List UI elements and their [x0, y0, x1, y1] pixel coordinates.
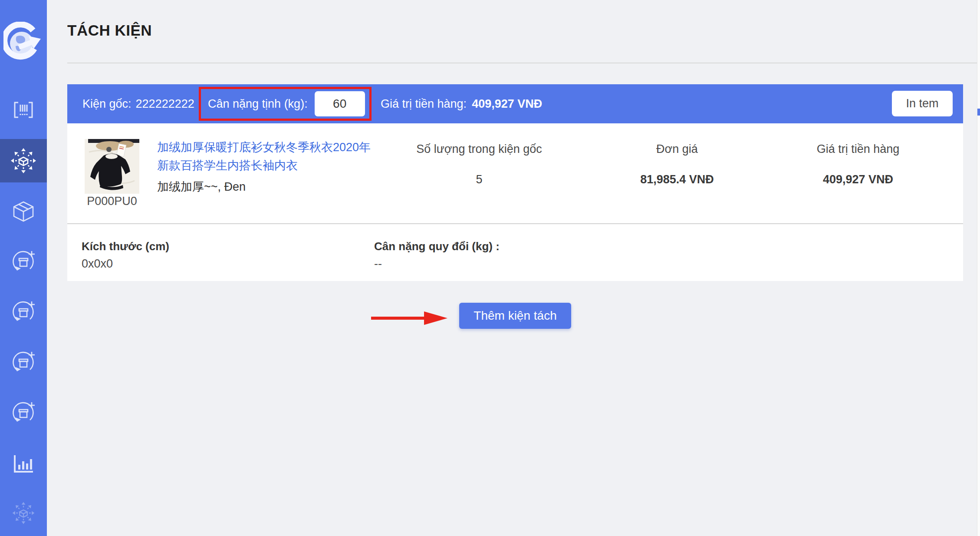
column-header-unit-price: Đơn giá: [586, 142, 768, 156]
column-header-goods-value: Giá trị tiền hàng: [767, 142, 949, 156]
tach-kien-page: TÁCH KIỆN Kiện gốc: 222222222 Cân nặng t…: [0, 0, 980, 536]
sidebar-item-package-transfer-2[interactable]: [0, 290, 47, 334]
goods-value-label: Giá trị tiền hàng:: [381, 97, 467, 111]
product-image: [85, 139, 139, 194]
goods-value-cell: 409,927 VNĐ: [767, 173, 949, 186]
app-logo-icon[interactable]: [3, 22, 43, 62]
sidebar-item-package[interactable]: [0, 190, 47, 233]
sidebar-item-scan[interactable]: [0, 88, 47, 132]
size-value: 0x0x0: [82, 257, 113, 271]
package-summary-bar: Kiện gốc: 222222222 Cân nặng tịnh (kg): …: [67, 84, 963, 123]
unit-price-value: 81,985.4 VNĐ: [586, 173, 768, 186]
add-split-package-button[interactable]: Thêm kiện tách: [459, 303, 571, 329]
net-weight-input[interactable]: [315, 91, 365, 116]
annotation-arrow-icon: [370, 310, 449, 328]
origin-package-value: 222222222: [136, 97, 194, 111]
product-row: P000PU0 加绒加厚保暖打底衫女秋冬季秋衣2020年新款百搭学生内搭长袖内衣…: [67, 123, 963, 223]
sidebar-item-statistics[interactable]: [0, 442, 47, 486]
page-title: TÁCH KIỆN: [67, 22, 152, 39]
barcode-icon: [13, 101, 33, 119]
quantity-value: 5: [388, 173, 570, 186]
sidebar-item-split-package[interactable]: [0, 139, 47, 182]
sidebar-item-package-transfer-1[interactable]: [0, 240, 47, 283]
size-label: Kích thước (cm): [82, 240, 169, 253]
goods-value-amount: 409,927 VNĐ: [472, 97, 542, 111]
split-package-icon: [10, 147, 37, 175]
print-label-button[interactable]: In tem: [892, 91, 953, 116]
dimensions-row: Kích thước (cm) 0x0x0 Cân nặng quy đổi (…: [67, 224, 963, 281]
origin-package-label: Kiện gốc:: [82, 97, 132, 111]
column-header-quantity: Số lượng trong kiện gốc: [388, 142, 570, 156]
origin-package: Kiện gốc: 222222222: [82, 84, 194, 123]
bar-chart-icon: [12, 453, 35, 474]
page-scrollbar: [977, 0, 980, 536]
sidebar-item-package-transfer-3[interactable]: [0, 341, 47, 384]
package-cube-icon: [11, 199, 36, 224]
sidebar-item-split-package-secondary[interactable]: [0, 491, 47, 535]
package-refresh-add-icon: [11, 400, 36, 425]
product-title-link[interactable]: 加绒加厚保暖打底衫女秋冬季秋衣2020年新款百搭学生内搭长袖内衣: [157, 138, 376, 175]
converted-weight-label: Cân nặng quy đổi (kg) :: [374, 240, 500, 253]
net-weight-label: Cân nặng tịnh (kg):: [208, 97, 308, 111]
package-refresh-add-icon: [11, 249, 36, 274]
scrollbar-thumb[interactable]: [977, 109, 980, 116]
product-code: P000PU0: [71, 195, 153, 208]
package-refresh-add-icon: [11, 299, 36, 324]
header-divider: [67, 63, 978, 63]
sidebar-item-package-transfer-4[interactable]: [0, 391, 47, 434]
converted-weight-value: --: [374, 257, 382, 271]
package-refresh-add-icon: [11, 350, 36, 375]
goods-value: Giá trị tiền hàng: 409,927 VNĐ: [381, 84, 542, 123]
product-variant: 加绒加厚~~, Đen: [157, 179, 246, 195]
net-weight-highlight-box: Cân nặng tịnh (kg):: [199, 87, 372, 121]
sidebar: [0, 0, 47, 536]
split-package-icon: [11, 501, 36, 525]
